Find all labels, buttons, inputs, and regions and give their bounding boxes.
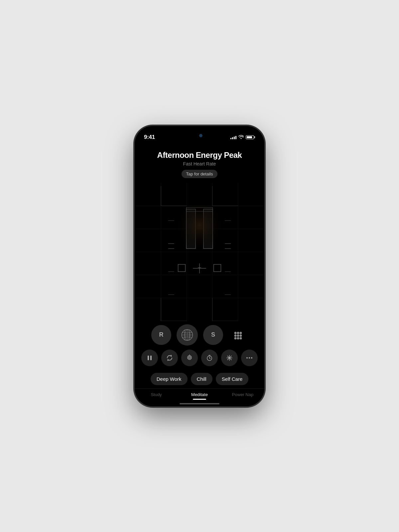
svg-point-56 (246, 357, 248, 359)
grid-button[interactable] (228, 325, 248, 345)
tab-power-nap[interactable]: Power Nap (221, 390, 264, 399)
secondary-controls (135, 348, 264, 370)
main-controls: R (135, 321, 264, 348)
star-button[interactable] (221, 350, 238, 366)
svg-rect-23 (178, 264, 186, 271)
refresh-icon (166, 355, 173, 361)
svg-point-34 (240, 332, 242, 334)
airplay-button[interactable] (181, 350, 198, 366)
refresh-button[interactable] (161, 350, 178, 366)
home-indicator (180, 403, 219, 404)
self-care-chip[interactable]: Self Care (216, 373, 249, 385)
svg-point-32 (234, 332, 237, 334)
svg-point-57 (249, 357, 250, 359)
timer-button[interactable] (201, 350, 218, 366)
viz-svg (135, 183, 264, 321)
svg-point-33 (237, 332, 239, 334)
more-button[interactable] (241, 350, 258, 366)
bottom-panel: R (135, 321, 264, 406)
battery-icon (246, 135, 255, 139)
page-title: Afternoon Energy Peak (141, 151, 258, 160)
svg-point-38 (234, 337, 237, 339)
tab-active-indicator (193, 399, 206, 400)
bottom-tabs: Study Meditate Power Nap (135, 388, 264, 404)
signal-icon (230, 135, 236, 139)
globe-icon (181, 328, 194, 342)
phone-frame: 9:41 (135, 126, 264, 406)
mode-chips: Deep Work Chill Self Care (135, 370, 264, 388)
dynamic-island (180, 130, 219, 141)
phone-screen: 9:41 (135, 126, 264, 406)
main-content: Afternoon Energy Peak Fast Heart Rate Ta… (135, 144, 264, 406)
airplay-icon (186, 355, 193, 361)
grid-dots-icon (231, 328, 245, 342)
svg-point-37 (240, 334, 242, 337)
status-icons (230, 135, 255, 140)
star-icon (226, 355, 233, 361)
svg-point-58 (251, 357, 252, 359)
wifi-icon (238, 135, 244, 140)
header: Afternoon Energy Peak Fast Heart Rate Ta… (135, 144, 264, 183)
tab-meditate[interactable]: Meditate (178, 390, 221, 399)
chill-chip[interactable]: Chill (191, 373, 212, 385)
svg-point-36 (237, 334, 239, 337)
tap-badge[interactable]: Tap for details (182, 170, 218, 178)
svg-point-39 (237, 337, 239, 339)
more-icon (246, 357, 253, 359)
svg-point-55 (229, 357, 230, 359)
pause-button[interactable] (141, 350, 158, 366)
dynamic-island-indicator (199, 134, 202, 137)
s-button[interactable]: S (203, 325, 223, 345)
svg-rect-41 (148, 356, 149, 360)
tab-study[interactable]: Study (135, 390, 178, 399)
svg-point-35 (234, 334, 237, 337)
header-subtitle: Fast Heart Rate (141, 161, 258, 166)
r-button[interactable]: R (151, 325, 171, 345)
svg-point-45 (189, 357, 190, 358)
globe-button[interactable] (177, 324, 198, 346)
svg-rect-24 (214, 264, 221, 271)
deep-work-chip[interactable]: Deep Work (151, 373, 188, 385)
status-time: 9:41 (144, 134, 155, 141)
svg-rect-42 (150, 356, 152, 360)
timer-icon (206, 355, 213, 361)
svg-point-40 (240, 337, 242, 339)
visualization-area[interactable] (135, 183, 264, 321)
pause-icon (147, 355, 153, 361)
svg-rect-27 (168, 199, 231, 265)
